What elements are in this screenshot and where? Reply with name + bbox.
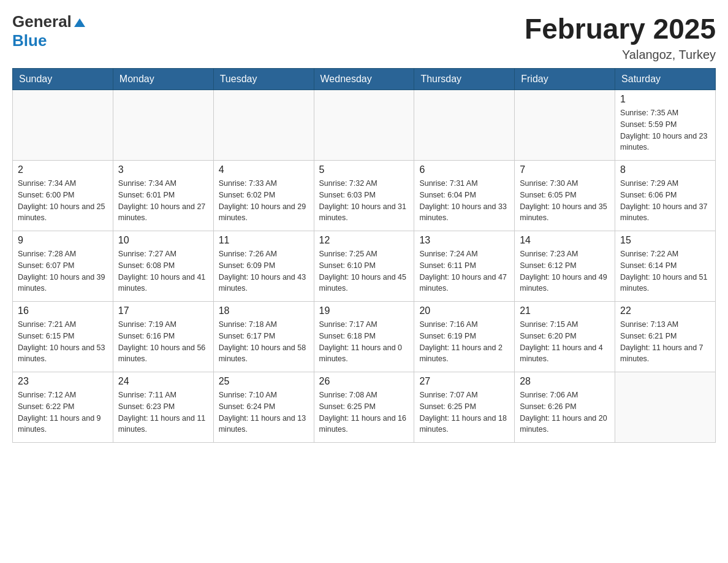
calendar-day-cell	[113, 90, 213, 161]
calendar-week-row: 9Sunrise: 7:28 AMSunset: 6:07 PMDaylight…	[13, 231, 716, 302]
day-number: 25	[219, 376, 309, 387]
day-number: 8	[620, 164, 710, 175]
day-info: Sunrise: 7:21 AMSunset: 6:15 PMDaylight:…	[18, 319, 108, 365]
calendar-day-cell: 20Sunrise: 7:16 AMSunset: 6:19 PMDayligh…	[414, 302, 515, 372]
day-info: Sunrise: 7:24 AMSunset: 6:11 PMDaylight:…	[419, 248, 509, 294]
day-number: 4	[219, 164, 309, 175]
calendar-day-cell: 24Sunrise: 7:11 AMSunset: 6:23 PMDayligh…	[113, 372, 213, 443]
calendar-day-cell: 22Sunrise: 7:13 AMSunset: 6:21 PMDayligh…	[615, 302, 716, 372]
calendar-week-row: 23Sunrise: 7:12 AMSunset: 6:22 PMDayligh…	[13, 372, 716, 443]
day-number: 1	[620, 94, 710, 105]
day-number: 23	[18, 376, 108, 387]
calendar-table: SundayMondayTuesdayWednesdayThursdayFrid…	[12, 68, 716, 443]
weekday-header-friday: Friday	[515, 69, 615, 90]
day-info: Sunrise: 7:11 AMSunset: 6:23 PMDaylight:…	[118, 389, 208, 435]
day-number: 21	[520, 305, 610, 316]
calendar-week-row: 16Sunrise: 7:21 AMSunset: 6:15 PMDayligh…	[13, 302, 716, 372]
calendar-day-cell: 2Sunrise: 7:34 AMSunset: 6:00 PMDaylight…	[13, 161, 113, 231]
day-info: Sunrise: 7:34 AMSunset: 6:01 PMDaylight:…	[118, 178, 208, 224]
calendar-week-row: 1Sunrise: 7:35 AMSunset: 5:59 PMDaylight…	[13, 90, 716, 161]
calendar-day-cell: 4Sunrise: 7:33 AMSunset: 6:02 PMDaylight…	[213, 161, 314, 231]
day-number: 27	[419, 376, 509, 387]
calendar-day-cell: 13Sunrise: 7:24 AMSunset: 6:11 PMDayligh…	[414, 231, 515, 302]
day-number: 7	[520, 164, 610, 175]
day-number: 6	[419, 164, 509, 175]
day-number: 18	[219, 305, 309, 316]
day-info: Sunrise: 7:10 AMSunset: 6:24 PMDaylight:…	[219, 389, 309, 435]
day-info: Sunrise: 7:29 AMSunset: 6:06 PMDaylight:…	[620, 178, 710, 224]
day-info: Sunrise: 7:30 AMSunset: 6:05 PMDaylight:…	[520, 178, 610, 224]
calendar-day-cell: 17Sunrise: 7:19 AMSunset: 6:16 PMDayligh…	[113, 302, 213, 372]
day-info: Sunrise: 7:08 AMSunset: 6:25 PMDaylight:…	[319, 389, 409, 435]
day-info: Sunrise: 7:31 AMSunset: 6:04 PMDaylight:…	[419, 178, 509, 224]
day-number: 15	[620, 235, 710, 246]
day-number: 13	[419, 235, 509, 246]
weekday-header-row: SundayMondayTuesdayWednesdayThursdayFrid…	[13, 69, 716, 90]
calendar-day-cell: 28Sunrise: 7:06 AMSunset: 6:26 PMDayligh…	[515, 372, 615, 443]
calendar-day-cell	[314, 90, 414, 161]
calendar-day-cell	[213, 90, 314, 161]
calendar-day-cell: 19Sunrise: 7:17 AMSunset: 6:18 PMDayligh…	[314, 302, 414, 372]
day-info: Sunrise: 7:25 AMSunset: 6:10 PMDaylight:…	[319, 248, 409, 294]
calendar-day-cell: 3Sunrise: 7:34 AMSunset: 6:01 PMDaylight…	[113, 161, 213, 231]
day-number: 24	[118, 376, 208, 387]
day-number: 9	[18, 235, 108, 246]
calendar-day-cell: 23Sunrise: 7:12 AMSunset: 6:22 PMDayligh…	[13, 372, 113, 443]
calendar-day-cell: 26Sunrise: 7:08 AMSunset: 6:25 PMDayligh…	[314, 372, 414, 443]
calendar-week-row: 2Sunrise: 7:34 AMSunset: 6:00 PMDaylight…	[13, 161, 716, 231]
logo-general-text: General	[12, 12, 72, 31]
weekday-header-sunday: Sunday	[13, 69, 113, 90]
day-info: Sunrise: 7:32 AMSunset: 6:03 PMDaylight:…	[319, 178, 409, 224]
day-info: Sunrise: 7:23 AMSunset: 6:12 PMDaylight:…	[520, 248, 610, 294]
day-info: Sunrise: 7:12 AMSunset: 6:22 PMDaylight:…	[18, 389, 108, 435]
calendar-day-cell: 14Sunrise: 7:23 AMSunset: 6:12 PMDayligh…	[515, 231, 615, 302]
day-info: Sunrise: 7:35 AMSunset: 5:59 PMDaylight:…	[620, 107, 710, 153]
day-number: 17	[118, 305, 208, 316]
calendar-day-cell: 12Sunrise: 7:25 AMSunset: 6:10 PMDayligh…	[314, 231, 414, 302]
weekday-header-saturday: Saturday	[615, 69, 716, 90]
title-area: February 2025 Yalangoz, Turkey	[525, 12, 716, 62]
weekday-header-wednesday: Wednesday	[314, 69, 414, 90]
day-number: 5	[319, 164, 409, 175]
day-number: 2	[18, 164, 108, 175]
calendar-day-cell	[515, 90, 615, 161]
day-info: Sunrise: 7:19 AMSunset: 6:16 PMDaylight:…	[118, 319, 208, 365]
day-info: Sunrise: 7:16 AMSunset: 6:19 PMDaylight:…	[419, 319, 509, 365]
page-header: General Blue February 2025 Yalangoz, Tur…	[12, 12, 716, 62]
day-number: 22	[620, 305, 710, 316]
calendar-day-cell: 8Sunrise: 7:29 AMSunset: 6:06 PMDaylight…	[615, 161, 716, 231]
calendar-day-cell	[615, 372, 716, 443]
weekday-header-tuesday: Tuesday	[213, 69, 314, 90]
day-number: 19	[319, 305, 409, 316]
calendar-day-cell: 21Sunrise: 7:15 AMSunset: 6:20 PMDayligh…	[515, 302, 615, 372]
calendar-day-cell: 27Sunrise: 7:07 AMSunset: 6:25 PMDayligh…	[414, 372, 515, 443]
weekday-header-monday: Monday	[113, 69, 213, 90]
calendar-day-cell	[13, 90, 113, 161]
logo-blue-text: Blue	[12, 31, 47, 50]
day-info: Sunrise: 7:28 AMSunset: 6:07 PMDaylight:…	[18, 248, 108, 294]
day-number: 3	[118, 164, 208, 175]
day-number: 10	[118, 235, 208, 246]
calendar-day-cell: 1Sunrise: 7:35 AMSunset: 5:59 PMDaylight…	[615, 90, 716, 161]
calendar-day-cell: 11Sunrise: 7:26 AMSunset: 6:09 PMDayligh…	[213, 231, 314, 302]
logo: General Blue	[12, 12, 86, 50]
calendar-day-cell: 18Sunrise: 7:18 AMSunset: 6:17 PMDayligh…	[213, 302, 314, 372]
day-number: 26	[319, 376, 409, 387]
calendar-day-cell: 9Sunrise: 7:28 AMSunset: 6:07 PMDaylight…	[13, 231, 113, 302]
day-info: Sunrise: 7:22 AMSunset: 6:14 PMDaylight:…	[620, 248, 710, 294]
calendar-day-cell	[414, 90, 515, 161]
day-info: Sunrise: 7:13 AMSunset: 6:21 PMDaylight:…	[620, 319, 710, 365]
day-number: 16	[18, 305, 108, 316]
calendar-day-cell: 5Sunrise: 7:32 AMSunset: 6:03 PMDaylight…	[314, 161, 414, 231]
day-info: Sunrise: 7:17 AMSunset: 6:18 PMDaylight:…	[319, 319, 409, 365]
day-info: Sunrise: 7:15 AMSunset: 6:20 PMDaylight:…	[520, 319, 610, 365]
day-info: Sunrise: 7:34 AMSunset: 6:00 PMDaylight:…	[18, 178, 108, 224]
day-number: 28	[520, 376, 610, 387]
calendar-day-cell: 10Sunrise: 7:27 AMSunset: 6:08 PMDayligh…	[113, 231, 213, 302]
day-number: 11	[219, 235, 309, 246]
weekday-header-thursday: Thursday	[414, 69, 515, 90]
day-info: Sunrise: 7:27 AMSunset: 6:08 PMDaylight:…	[118, 248, 208, 294]
calendar-day-cell: 25Sunrise: 7:10 AMSunset: 6:24 PMDayligh…	[213, 372, 314, 443]
day-number: 12	[319, 235, 409, 246]
day-info: Sunrise: 7:26 AMSunset: 6:09 PMDaylight:…	[219, 248, 309, 294]
